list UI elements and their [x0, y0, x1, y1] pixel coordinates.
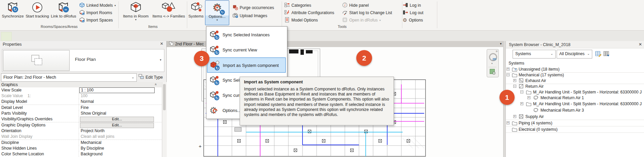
upload-images-button[interactable]: Upload Images — [233, 12, 267, 19]
items-in-room-button[interactable]: Items in Room ▾ — [120, 0, 151, 25]
tree-row-ahu-2[interactable]: + M_Air Handling Unit - Split System - H… — [506, 101, 644, 107]
collapse-icon[interactable]: − — [513, 85, 516, 88]
expand-icon[interactable]: + — [527, 96, 530, 99]
system-component-icon — [533, 95, 538, 101]
start-log-button[interactable]: Start log to Change List — [342, 9, 392, 16]
discipline-filter-combobox[interactable]: All Disciplines ⌄ — [557, 50, 592, 58]
import-spaces-button[interactable]: ↻ Import Spaces — [79, 17, 113, 24]
discipline-value[interactable]: Mechanical — [79, 140, 162, 146]
visibility-overrides-edit-button[interactable]: Edit... — [80, 117, 154, 122]
menu-item-import-as-system-component[interactable]: ↻ Import as System component — [207, 57, 286, 73]
synchronize-button[interactable]: ↻ Synchronize — [1, 0, 25, 25]
orientation-value[interactable]: Project North — [79, 128, 162, 134]
section-collapse-icon[interactable]: « — [154, 83, 158, 85]
wheel-2d-label: 2D — [492, 57, 496, 61]
link-to-drofus-button[interactable]: ∞ Link to dRofus — [50, 0, 77, 25]
property-row: Graphic Display Options Edit... — [0, 122, 162, 128]
systems-button[interactable]: Systems — [188, 0, 204, 25]
exhaust-air-icon — [519, 78, 524, 84]
show-hidden-lines-value[interactable]: By Discipline — [79, 146, 162, 151]
purge-occurrences-icon — [233, 5, 238, 11]
model-options-button[interactable]: Model Options — [284, 17, 318, 24]
attribute-configurations-button[interactable]: Attribute Configurations — [284, 9, 334, 16]
linked-models-button[interactable]: Linked Models ▾ — [79, 2, 116, 9]
menu-item-sync-selected-instances[interactable]: ↻ Sync Selected Instances — [207, 27, 286, 42]
log-out-button[interactable]: Log out — [403, 9, 424, 16]
options-small-button[interactable]: ⚙ Options — [403, 17, 423, 24]
element-selector-combobox[interactable]: Floor Plan: 2nd Floor - Mech ⌄ — [1, 73, 137, 82]
import-rooms-button[interactable]: ↻ Import Rooms — [79, 9, 112, 16]
items-families-label: Items <-> Families — [152, 14, 185, 18]
tree-row-return-air[interactable]: − Return Air — [506, 84, 644, 89]
group-label-items: Items — [119, 25, 187, 29]
options-dropdown-arrow[interactable]: ▾ — [216, 19, 218, 22]
view-scale-input[interactable]: 1 : 100 — [79, 87, 155, 93]
parts-visibility-value[interactable]: Show Original — [79, 111, 162, 116]
graphics-section-header[interactable]: Graphics « — [0, 82, 162, 88]
type-selector-arrow-icon[interactable]: ▾ — [160, 58, 161, 62]
view-tab-label: 2nd Floor - Mec — [175, 42, 204, 46]
detail-level-value[interactable]: Fine — [79, 105, 162, 111]
tree-row-mech-return-air-1[interactable]: + Mechanical Return Air 1 — [506, 95, 644, 101]
open-in-drofus-label: Open in dRofus — [349, 18, 378, 23]
element-selector-value: Floor Plan: 2nd Floor - Mech — [3, 75, 56, 80]
tooltip-title: Import as System component — [244, 80, 390, 84]
annotation-step-1: 1 — [499, 90, 515, 105]
properties-close-icon[interactable]: ✕ — [159, 41, 165, 47]
ribbon-divider — [187, 1, 187, 28]
properties-scrollbar[interactable] — [162, 82, 167, 157]
menu-item-sync-current-view[interactable]: ↻ Sync current View — [207, 42, 286, 57]
graphic-display-options-edit-button[interactable]: Edit... — [80, 123, 154, 128]
crosshair-mark: + — [199, 143, 202, 149]
expand-icon[interactable]: + — [513, 115, 516, 118]
log-out-icon — [403, 10, 408, 16]
view-filter-combobox[interactable]: Systems ⌄ — [513, 50, 556, 58]
start-tracking-button[interactable]: Start tracking — [26, 0, 49, 25]
properties-title-bar: Properties ✕ — [0, 41, 166, 47]
tree-row-supply-air[interactable]: + Supply Air — [506, 114, 644, 120]
log-in-button[interactable]: Log in — [403, 2, 421, 9]
tab-overflow-icon[interactable]: ▼ — [499, 42, 502, 45]
import-rooms-label: Import Rooms — [86, 10, 112, 15]
expand-icon[interactable]: + — [507, 68, 510, 71]
expand-icon[interactable]: + — [507, 121, 510, 124]
open-in-drofus-icon — [342, 17, 348, 24]
expand-icon[interactable]: + — [513, 79, 516, 82]
edit-type-button[interactable]: Edit Type — [138, 73, 166, 81]
items-families-button[interactable]: Items <-> Families — [151, 0, 186, 25]
tree-row-piping[interactable]: + Piping (4 systems) — [506, 120, 644, 126]
graphics-section-label: Graphics — [1, 82, 18, 87]
hide-panel-button[interactable]: i Hide panel — [342, 2, 369, 9]
column-settings-button[interactable] — [603, 50, 610, 59]
purge-occurrences-button[interactable]: Purge occurrences — [233, 4, 274, 11]
options-split-button[interactable]: ⚙↻ Options... ▾ — [205, 0, 229, 25]
link-to-drofus-label: Link to dRofus — [51, 14, 76, 18]
navigation-bar[interactable]: ⊗ 2D ▾ — [487, 49, 499, 77]
navbar-arrow-icon[interactable]: ▾ — [491, 62, 493, 65]
attribute-configurations-label: Attribute Configurations — [291, 10, 334, 15]
system-browser-title-bar: System Browser - Clinic_M_2018 ✕ — [506, 41, 644, 48]
status-chip — [1, 32, 12, 41]
tree-row-electrical[interactable]: Electrical (0 systems) — [506, 127, 644, 132]
expand-icon[interactable]: + — [520, 102, 523, 105]
tree-row-unassigned[interactable]: + ? Unassigned (18 items) — [506, 67, 644, 72]
tree-row-exhaust-air[interactable]: + Exhaust Air — [506, 78, 644, 84]
system-browser-close-icon[interactable]: ✕ — [639, 42, 642, 47]
categories-button[interactable]: Categories — [284, 2, 311, 9]
collapse-icon[interactable]: − — [507, 73, 510, 76]
display-model-value[interactable]: Normal — [79, 99, 162, 105]
scrollbar-thumb[interactable] — [163, 84, 166, 110]
import-system-component-tooltip: Import as System component Import select… — [240, 77, 394, 125]
properties-panel: Properties ✕ Floor Plan ▾ Floor Plan: 2n… — [0, 41, 167, 157]
navbar-divider — [488, 67, 496, 67]
navbar-close-icon[interactable]: ⊗ — [495, 50, 498, 53]
change-log-icon — [342, 10, 348, 16]
items-in-room-icon — [130, 1, 142, 14]
tree-row-mechanical[interactable]: − Mechanical (17 systems) — [506, 72, 644, 78]
collapse-icon[interactable]: − — [520, 90, 523, 93]
tree-row-ahu-1[interactable]: − M_Air Handling Unit - Split System - H… — [506, 89, 644, 95]
tree-row-mech-return-air-3[interactable]: Mechanical Return Air 3 — [506, 108, 644, 113]
color-scheme-location-value[interactable]: Background — [79, 151, 162, 157]
type-selector[interactable]: Floor Plan ▾ — [2, 49, 164, 72]
autofit-columns-button[interactable] — [595, 50, 602, 59]
